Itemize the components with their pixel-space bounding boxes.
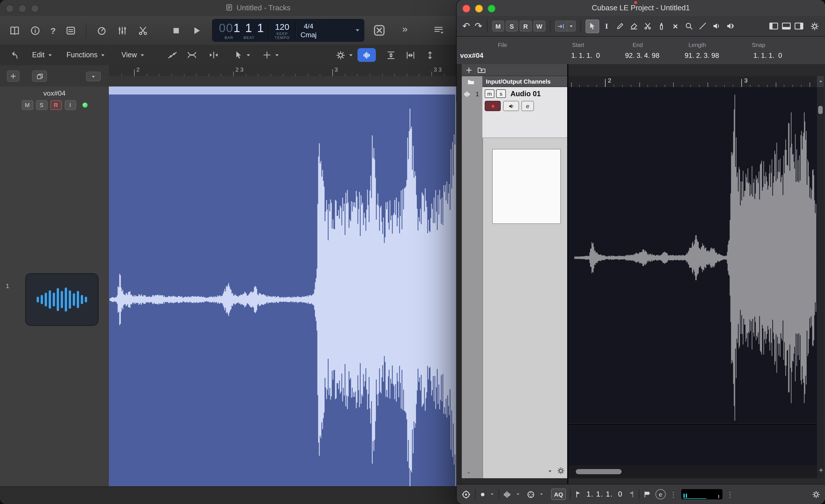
editor-settings-selector[interactable] xyxy=(336,45,354,65)
tracks-titlebar[interactable]: Untitled - Tracks xyxy=(0,0,516,17)
monitor-button[interactable] xyxy=(503,101,519,111)
track-list-settings-button[interactable] xyxy=(557,467,565,475)
track-header-options-button[interactable] xyxy=(86,72,101,81)
minimize-button[interactable] xyxy=(475,5,483,13)
crossfade-button[interactable] xyxy=(187,45,197,65)
stop-button[interactable] xyxy=(172,26,180,35)
tool-scrub[interactable] xyxy=(724,20,737,32)
level-meter-display[interactable] xyxy=(681,489,723,499)
event-display-lower[interactable] xyxy=(568,424,817,466)
tool-object-selection[interactable] xyxy=(586,19,599,33)
functions-menu[interactable]: Functions xyxy=(66,45,105,65)
right-locator-icon[interactable] xyxy=(627,490,635,498)
audio-file-tile[interactable] xyxy=(25,273,98,326)
lcd-display[interactable]: 001 1 1 BAR BEAT 120 KEEP TEMPO xyxy=(212,19,364,42)
read-automation-button[interactable]: R xyxy=(520,21,532,31)
marker-button[interactable] xyxy=(644,490,652,498)
toolbar-overflow-button[interactable]: » xyxy=(402,24,407,34)
tool-zoom[interactable] xyxy=(683,20,695,32)
undo-button[interactable]: ↶ xyxy=(462,21,470,31)
color-menu-button[interactable] xyxy=(527,490,535,499)
editors-button[interactable] xyxy=(65,25,76,36)
crosshair-tool-selector[interactable] xyxy=(262,45,280,65)
cycle-button[interactable] xyxy=(372,23,386,37)
region-header-strip[interactable] xyxy=(109,86,516,95)
pointer-tool-selector[interactable] xyxy=(234,45,251,65)
event-display[interactable] xyxy=(568,87,817,423)
audio-track-row[interactable]: m s Audio 01 e xyxy=(482,87,567,138)
io-channels-track[interactable]: Input/Output Channels xyxy=(482,76,567,87)
close-button[interactable] xyxy=(6,5,14,13)
help-button[interactable]: ? xyxy=(51,26,56,35)
project-ruler[interactable]: 23 xyxy=(568,76,817,88)
minimize-button[interactable] xyxy=(18,5,26,13)
tool-glue[interactable] xyxy=(656,20,668,32)
audio-activity-options[interactable] xyxy=(516,492,520,497)
tool-split[interactable] xyxy=(642,20,654,32)
vertical-scroll-thumb[interactable] xyxy=(818,106,823,114)
left-zone-toggle[interactable] xyxy=(769,21,778,31)
track-list-menu-button[interactable] xyxy=(433,25,444,35)
zoom-button[interactable] xyxy=(487,5,496,13)
cubase-titlebar[interactable]: Cubase LE Project - Untitled1 xyxy=(457,0,825,17)
mute-all-button[interactable]: M xyxy=(492,21,504,31)
info-file-value[interactable]: vox#04 xyxy=(457,52,548,60)
lower-zone-toggle[interactable] xyxy=(781,21,791,31)
add-track-button[interactable] xyxy=(465,66,473,74)
drag-handle-icon[interactable]: ⋮ xyxy=(727,491,734,498)
edit-channel-button[interactable]: e xyxy=(521,101,534,111)
transport-setup-button[interactable] xyxy=(812,490,820,499)
track-input-button[interactable]: I xyxy=(64,100,76,110)
trim-tool-button[interactable] xyxy=(209,45,219,65)
duplicate-track-button[interactable] xyxy=(32,70,47,82)
ruler-options-button[interactable] xyxy=(817,76,824,87)
right-zone-toggle[interactable] xyxy=(794,21,804,31)
track-solo-button[interactable]: s xyxy=(496,89,506,98)
track-solo-button[interactable]: S xyxy=(36,100,47,110)
info-snap-value[interactable]: 1. 1. 1. 0 xyxy=(727,52,790,60)
track-notepad-box[interactable] xyxy=(492,149,561,224)
track-record-enable-button[interactable]: R xyxy=(50,100,62,110)
zoom-in-button[interactable] xyxy=(818,467,824,473)
info-button[interactable] xyxy=(30,25,41,36)
edit-menu[interactable]: Edit xyxy=(32,45,53,65)
autoscroll-options-button[interactable] xyxy=(567,21,576,31)
left-locator-icon[interactable] xyxy=(575,490,583,498)
info-end-value[interactable]: 92. 3. 4. 98 xyxy=(608,52,667,60)
fit-vertical-button[interactable] xyxy=(386,45,396,65)
scissors-button[interactable] xyxy=(138,25,148,36)
audio-activity-button[interactable] xyxy=(503,490,512,499)
audio-quantize-button[interactable]: AQ xyxy=(551,489,566,500)
mixer-button[interactable] xyxy=(117,25,128,36)
track-scale-options-button[interactable] xyxy=(548,469,552,474)
close-button[interactable] xyxy=(462,5,470,13)
toolbar-setup-button[interactable] xyxy=(810,21,819,31)
drag-handle-icon[interactable]: ⋮ xyxy=(670,491,677,498)
add-track-button[interactable] xyxy=(7,70,19,82)
horizontal-scrollbar[interactable] xyxy=(568,465,817,478)
vertical-zoom-button[interactable] xyxy=(425,45,435,65)
lcd-mode-chevron[interactable] xyxy=(355,27,364,33)
solo-all-button[interactable]: S xyxy=(506,21,518,31)
track-name[interactable]: Audio 01 xyxy=(511,90,541,98)
autoscroll-button[interactable] xyxy=(555,21,567,31)
track-mute-button[interactable]: M xyxy=(21,100,33,110)
edit-button[interactable]: e xyxy=(656,489,666,499)
metronome-button[interactable] xyxy=(96,25,107,36)
library-button[interactable] xyxy=(9,25,20,36)
record-mode-button[interactable] xyxy=(479,491,486,497)
play-button[interactable] xyxy=(192,25,202,35)
tool-play[interactable] xyxy=(710,20,723,32)
track-mute-button[interactable]: m xyxy=(485,89,495,98)
audio-editor-area[interactable] xyxy=(109,86,516,486)
color-menu-options[interactable] xyxy=(539,492,544,497)
automation-button[interactable] xyxy=(167,45,177,65)
waveform-view-button[interactable] xyxy=(358,48,376,62)
track-name[interactable]: vox#04 xyxy=(0,89,109,97)
info-length-value[interactable]: 91. 2. 3. 98 xyxy=(667,52,727,60)
info-start-value[interactable]: 1. 1. 1. 0 xyxy=(548,52,608,60)
tool-line[interactable] xyxy=(697,20,709,32)
horizontal-scroll-thumb[interactable] xyxy=(576,469,622,474)
tool-mute[interactable]: × xyxy=(669,20,682,32)
tool-draw[interactable] xyxy=(614,20,627,32)
